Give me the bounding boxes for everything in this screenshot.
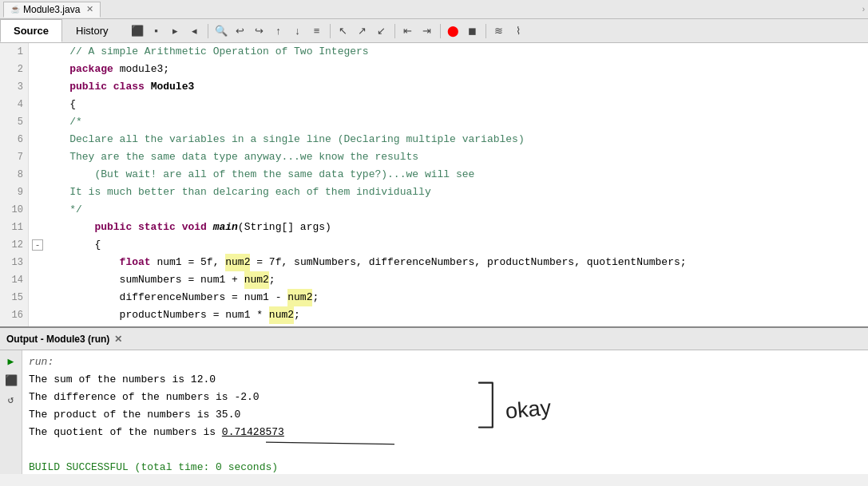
ln-2: 2 [5, 61, 23, 78]
toolbar-btn-15[interactable]: ⇥ [418, 22, 436, 40]
toolbar-btn-7[interactable]: ↪ [251, 22, 268, 40]
toolbar-sep-2 [330, 24, 331, 38]
code-line-10: */ [32, 201, 865, 219]
ln-10: 10 [5, 201, 23, 219]
tab-source[interactable]: Source [0, 19, 62, 42]
output-body: ▶ ⬛ ↺ run: The sum of the numbers is 12.… [0, 350, 868, 474]
line-numbers: 1 2 3 4 5 6 7 8 9 10 11 12 13 14 15 16 [0, 43, 29, 326]
ln-3: 3 [5, 78, 23, 96]
code-line-16: productNumbers = num1 * num2 ; [32, 306, 865, 324]
ln-1: 1 [5, 43, 23, 61]
output-panel: Output - Module3 (run) ✕ ▶ ⬛ ↺ run: The … [0, 326, 868, 474]
toolbar-btn-red[interactable]: ⬤ [445, 22, 462, 40]
output-line-4: The quotient of the numbers is 0.7142857… [29, 424, 862, 441]
ln-12: 12 [5, 236, 23, 254]
code-line-14: sumNumbers = num1 + num2 ; [32, 271, 865, 289]
output-build-line: BUILD SUCCESSFUL (total time: 0 seconds) [29, 459, 862, 474]
ln-13: 13 [5, 254, 23, 271]
ln-15: 15 [5, 289, 23, 306]
java-icon: ☕ [10, 5, 20, 14]
toolbar-btn-10[interactable]: ≡ [308, 22, 326, 40]
toolbar-btn-14[interactable]: ⇤ [399, 22, 417, 40]
output-close[interactable]: ✕ [114, 334, 122, 345]
tab-history[interactable]: History [62, 19, 121, 42]
code-line-9: It is much better than delcaring each of… [32, 184, 865, 201]
toolbar-sep-4 [440, 24, 441, 38]
ln-5: 5 [5, 113, 23, 131]
file-tab[interactable]: ☕ Module3.java ✕ [3, 2, 101, 18]
output-title: Output - Module3 (run) [6, 334, 109, 345]
file-tab-close[interactable]: ✕ [86, 4, 93, 14]
output-controls: ▶ ⬛ ↺ [0, 350, 22, 474]
ln-16: 16 [5, 306, 23, 324]
output-line-3: The product of the numbers is 35.0 [29, 406, 862, 424]
toolbar-btn-3[interactable]: ▸ [167, 22, 184, 40]
ln-9: 9 [5, 184, 23, 201]
ln-11: 11 [5, 219, 23, 236]
toolbar-btn-13[interactable]: ↙ [373, 22, 390, 40]
code-line-2: package module3; [32, 61, 865, 78]
toolbar-btn-11[interactable]: ↖ [335, 22, 352, 40]
toolbar-btn-4[interactable]: ◂ [186, 22, 204, 40]
output-reload-btn[interactable]: ↺ [3, 392, 19, 408]
code-editor: 1 2 3 4 5 6 7 8 9 10 11 12 13 14 15 16 /… [0, 43, 868, 326]
scroll-arrow[interactable]: › [862, 5, 865, 14]
toolbar-btn-9[interactable]: ↓ [289, 22, 307, 40]
code-line-3: public class Module3 [32, 78, 865, 96]
toolbar-btn-stop[interactable]: ◼ [464, 22, 482, 40]
source-history-bar: Source History ⬛ ▪ ▸ ◂ 🔍 ↩ ↪ ↑ ↓ ≡ ↖ ↗ ↙… [0, 19, 868, 43]
code-line-4: { [32, 96, 865, 113]
toolbar-btn-5[interactable]: 🔍 [212, 22, 230, 40]
code-line-1: // A simple Arithmetic Operation of Two … [32, 43, 865, 61]
toolbar-btn-17[interactable]: ⌇ [509, 22, 527, 40]
toolbar-btn-1[interactable]: ⬛ [129, 22, 146, 40]
toolbar: ⬛ ▪ ▸ ◂ 🔍 ↩ ↪ ↑ ↓ ≡ ↖ ↗ ↙ ⇤ ⇥ ⬤ ◼ ≋ ⌇ [129, 22, 527, 40]
svg-line-1 [266, 442, 394, 445]
ln-14: 14 [5, 271, 23, 289]
ln-4: 4 [5, 96, 23, 113]
output-run-label: run: [29, 354, 862, 371]
toolbar-btn-12[interactable]: ↗ [354, 22, 371, 40]
code-line-13: float num1 = 5f, num2 = 7f, sumNumbers, … [32, 254, 865, 271]
output-stop-btn[interactable]: ⬛ [3, 373, 19, 389]
toolbar-sep-5 [486, 24, 486, 38]
output-line-2: The difference of the numbers is -2.0 [29, 389, 862, 406]
ln-6: 6 [5, 131, 23, 148]
code-line-5: /* [32, 113, 865, 131]
code-line-7: They are the same data type anyway...we … [32, 148, 865, 166]
toolbar-sep-1 [208, 24, 208, 38]
toolbar-btn-8[interactable]: ↑ [270, 22, 287, 40]
toolbar-btn-6[interactable]: ↩ [232, 22, 249, 40]
ln-7: 7 [5, 148, 23, 166]
toolbar-btn-16[interactable]: ≋ [490, 22, 508, 40]
code-line-15: differenceNumbers = num1 - num2 ; [32, 289, 865, 306]
output-line-1: The sum of the numbers is 12.0 [29, 371, 862, 389]
code-line-8: (But wait! are all of them the same data… [32, 166, 865, 184]
ln-8: 8 [5, 166, 23, 184]
code-line-6: Declare all the variables in a single li… [32, 131, 865, 148]
output-text-area: run: The sum of the numbers is 12.0 The … [22, 350, 868, 474]
toolbar-sep-3 [394, 24, 395, 38]
code-content[interactable]: // A simple Arithmetic Operation of Two … [29, 43, 868, 326]
code-line-12: - { [32, 236, 865, 254]
output-header: Output - Module3 (run) ✕ [0, 328, 868, 350]
code-line-11: public static void main(String[] args) [32, 219, 865, 236]
file-tab-label: Module3.java [23, 4, 80, 15]
fold-marker-12[interactable]: - [32, 239, 43, 251]
title-bar: ☕ Module3.java ✕ › [0, 0, 868, 19]
toolbar-btn-2[interactable]: ▪ [148, 22, 165, 40]
output-play-btn[interactable]: ▶ [3, 354, 19, 369]
